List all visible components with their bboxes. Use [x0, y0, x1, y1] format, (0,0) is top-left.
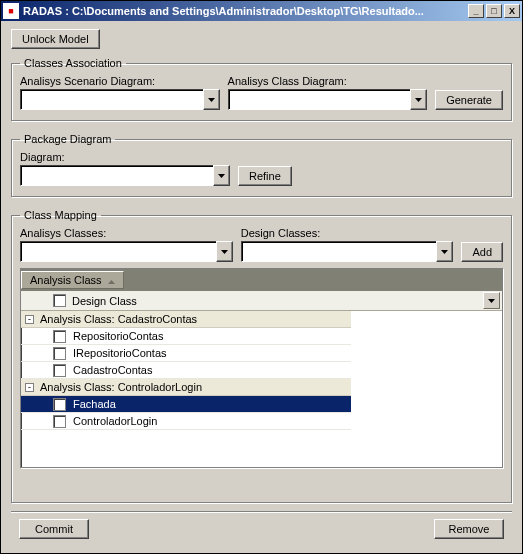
grid-item-row[interactable]: CadastroContas: [21, 362, 351, 379]
design-class-column-label: Design Class: [72, 295, 137, 307]
grid-item-row[interactable]: RepositorioContas: [21, 328, 351, 345]
design-classes-combo[interactable]: [241, 241, 454, 262]
svg-marker-1: [415, 98, 422, 102]
grid-item-row[interactable]: Fachada: [21, 396, 351, 413]
chevron-down-icon[interactable]: [216, 241, 233, 262]
class-diagram-combo[interactable]: [228, 89, 428, 110]
analysis-classes-combo[interactable]: [20, 241, 233, 262]
chevron-down-icon[interactable]: [483, 292, 500, 309]
minimize-button[interactable]: _: [468, 4, 484, 18]
grid-group-band: Analysis Class: [21, 269, 502, 291]
grid-item-row[interactable]: ControladorLogin: [21, 413, 351, 430]
package-diagram-group: Package Diagram Diagram: Refine: [11, 133, 512, 197]
window-title: RADAS : C:\Documents and Settings\Admini…: [23, 5, 468, 17]
package-diagram-input[interactable]: [20, 165, 213, 186]
grid-group-label: Analysis Class: CadastroContas: [40, 313, 197, 325]
package-diagram-combo[interactable]: [20, 165, 230, 186]
analysis-classes-label: Analisys Classes:: [20, 227, 233, 239]
class-diagram-label: Analisys Class Diagram:: [228, 75, 428, 87]
chevron-down-icon[interactable]: [410, 89, 427, 110]
svg-marker-5: [108, 280, 115, 284]
header-checkbox[interactable]: [53, 294, 66, 307]
scenario-diagram-input[interactable]: [20, 89, 203, 110]
refine-button[interactable]: Refine: [238, 166, 292, 186]
classes-association-legend: Classes Association: [20, 57, 126, 69]
svg-marker-3: [221, 250, 228, 254]
grid-band-label: Analysis Class: [30, 274, 102, 286]
chevron-down-icon[interactable]: [203, 89, 220, 110]
scenario-diagram-label: Analisys Scenario Diagram:: [20, 75, 220, 87]
class-mapping-group: Class Mapping Analisys Classes: Design C…: [11, 209, 512, 503]
row-label: Fachada: [72, 398, 351, 410]
scenario-diagram-combo[interactable]: [20, 89, 220, 110]
grid-group-row[interactable]: -Analysis Class: ControladorLogin: [21, 379, 351, 396]
svg-marker-2: [218, 174, 225, 178]
class-diagram-input[interactable]: [228, 89, 411, 110]
unlock-model-button[interactable]: Unlock Model: [11, 29, 100, 49]
row-checkbox[interactable]: [53, 347, 66, 360]
grid-body: -Analysis Class: CadastroContasRepositor…: [21, 311, 502, 467]
row-label: CadastroContas: [72, 364, 351, 376]
window: ■ RADAS : C:\Documents and Settings\Admi…: [0, 0, 523, 554]
add-button[interactable]: Add: [461, 242, 503, 262]
row-label: ControladorLogin: [72, 415, 351, 427]
grid-whitespace: [351, 311, 502, 467]
grid-band-cell[interactable]: Analysis Class: [21, 271, 124, 289]
svg-marker-6: [488, 299, 495, 303]
client-area: Unlock Model Classes Association Analisy…: [1, 21, 522, 553]
row-checkbox[interactable]: [53, 398, 66, 411]
row-checkbox[interactable]: [53, 364, 66, 377]
generate-button[interactable]: Generate: [435, 90, 503, 110]
diagram-label: Diagram:: [20, 151, 503, 163]
app-icon: ■: [3, 3, 19, 19]
grid-item-row[interactable]: IRepositorioContas: [21, 345, 351, 362]
analysis-classes-input[interactable]: [20, 241, 216, 262]
close-button[interactable]: X: [504, 4, 520, 18]
row-label: IRepositorioContas: [72, 347, 351, 359]
maximize-button[interactable]: □: [486, 4, 502, 18]
row-label: RepositorioContas: [72, 330, 351, 342]
design-classes-label: Design Classes:: [241, 227, 454, 239]
grid-group-label: Analysis Class: ControladorLogin: [40, 381, 202, 393]
grid-group-row[interactable]: -Analysis Class: CadastroContas: [21, 311, 351, 328]
commit-button[interactable]: Commit: [19, 519, 89, 539]
design-classes-input[interactable]: [241, 241, 437, 262]
expander-icon[interactable]: -: [25, 383, 34, 392]
chevron-down-icon[interactable]: [436, 241, 453, 262]
mapping-grid: Analysis Class Design Class -Analysis Cl…: [20, 268, 503, 468]
sort-up-icon: [108, 274, 115, 286]
row-checkbox[interactable]: [53, 415, 66, 428]
titlebar: ■ RADAS : C:\Documents and Settings\Admi…: [1, 1, 522, 21]
bottom-bar: Commit Remove: [11, 513, 512, 545]
classes-association-group: Classes Association Analisys Scenario Di…: [11, 57, 512, 121]
svg-marker-0: [208, 98, 215, 102]
row-checkbox[interactable]: [53, 330, 66, 343]
package-diagram-legend: Package Diagram: [20, 133, 115, 145]
class-mapping-legend: Class Mapping: [20, 209, 101, 221]
chevron-down-icon[interactable]: [213, 165, 230, 186]
expander-icon[interactable]: -: [25, 315, 34, 324]
grid-column-header[interactable]: Design Class: [21, 291, 502, 311]
remove-button[interactable]: Remove: [434, 519, 504, 539]
svg-marker-4: [441, 250, 448, 254]
